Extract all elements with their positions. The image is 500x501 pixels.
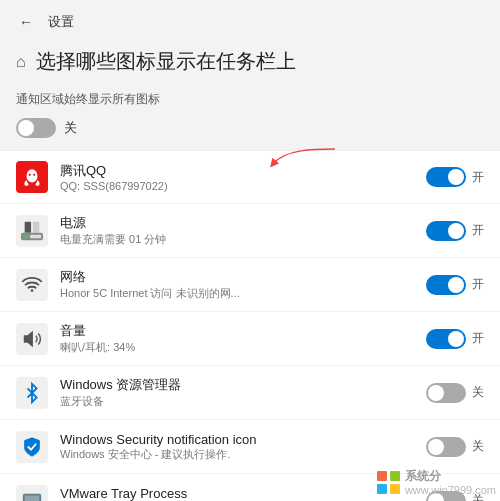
watermark-text: 系统分 www.win7999.com <box>405 469 496 497</box>
items-list: 腾讯QQ QQ: SSS(867997022) 开 <box>0 150 500 501</box>
watermark-logo <box>377 471 401 495</box>
toggle-thumb <box>448 277 464 293</box>
item-name: VMware Tray Process <box>60 486 414 501</box>
toggle-label: 关 <box>472 384 484 401</box>
settings-page: ← 设置 ⌂ 选择哪些图标显示在任务栏上 通知区域始终显示所有图标 关 <box>0 0 500 501</box>
svg-rect-7 <box>30 234 41 238</box>
toggle-label: 关 <box>472 438 484 455</box>
win-logo-blue <box>377 484 387 494</box>
item-desc: Honor 5C Internet 访问 未识别的网... <box>60 286 414 301</box>
vmware-icon <box>16 485 48 502</box>
item-name: Windows Security notification icon <box>60 432 414 447</box>
page-title: 选择哪些图标显示在任务栏上 <box>36 48 296 75</box>
list-item: Windows 资源管理器 蓝牙设备 关 <box>0 366 500 420</box>
always-show-toggle-label: 关 <box>64 119 77 137</box>
toggle-thumb <box>428 385 444 401</box>
svg-rect-3 <box>25 221 31 232</box>
volume-icon <box>16 323 48 355</box>
item-desc: 电量充满需要 01 分钟 <box>60 232 414 247</box>
toggle-label: 开 <box>472 222 484 239</box>
item-toggle[interactable]: 开 <box>426 329 484 349</box>
item-toggle[interactable]: 开 <box>426 167 484 187</box>
toggle-thumb <box>448 223 464 239</box>
toggle-label: 开 <box>472 330 484 347</box>
toggle-track[interactable] <box>426 167 466 187</box>
page-header: ⌂ 选择哪些图标显示在任务栏上 <box>0 44 500 87</box>
network-icon <box>16 269 48 301</box>
toggle-track[interactable] <box>426 383 466 403</box>
always-show-toggle-thumb <box>18 120 34 136</box>
watermark-line2: www.win7999.com <box>405 484 496 497</box>
list-item: 腾讯QQ QQ: SSS(867997022) 开 <box>0 150 500 204</box>
item-desc: Windows 安全中心 - 建议执行操作. <box>60 447 414 462</box>
item-toggle[interactable]: 关 <box>426 383 484 403</box>
item-name: 网络 <box>60 268 414 286</box>
item-text: 网络 Honor 5C Internet 访问 未识别的网... <box>60 268 414 301</box>
svg-point-8 <box>31 289 34 292</box>
item-toggle[interactable]: 开 <box>426 221 484 241</box>
security-icon <box>16 431 48 463</box>
watermark-line1: 系统分 <box>405 469 496 483</box>
toggle-track[interactable] <box>426 329 466 349</box>
win-logo-green <box>390 471 400 481</box>
toggle-thumb <box>448 169 464 185</box>
item-name: 电源 <box>60 214 414 232</box>
item-name: Windows 资源管理器 <box>60 376 414 394</box>
item-desc: QQ: SSS(867997022) <box>60 180 414 192</box>
always-show-toggle-track[interactable] <box>16 118 56 138</box>
item-text: Windows Security notification icon Windo… <box>60 432 414 462</box>
toggle-track[interactable] <box>426 221 466 241</box>
svg-point-2 <box>33 174 35 176</box>
item-text: 腾讯QQ QQ: SSS(867997022) <box>60 162 414 192</box>
toggle-thumb <box>428 439 444 455</box>
list-item: 音量 喇叭/耳机: 34% 开 <box>0 312 500 366</box>
always-show-label: 通知区域始终显示所有图标 <box>0 87 500 114</box>
toggle-label: 开 <box>472 169 484 186</box>
list-item: 电源 电量充满需要 01 分钟 开 <box>0 204 500 258</box>
item-name: 腾讯QQ <box>60 162 414 180</box>
list-item: 网络 Honor 5C Internet 访问 未识别的网... 开 <box>0 258 500 312</box>
item-text: Windows 资源管理器 蓝牙设备 <box>60 376 414 409</box>
svg-point-1 <box>29 174 31 176</box>
svg-rect-11 <box>25 495 40 501</box>
back-button[interactable]: ← <box>12 8 40 36</box>
item-toggle[interactable]: 开 <box>426 275 484 295</box>
item-name: 音量 <box>60 322 414 340</box>
bluetooth-icon <box>16 377 48 409</box>
win-logo-yellow <box>390 484 400 494</box>
toggle-label: 开 <box>472 276 484 293</box>
svg-rect-6 <box>23 234 29 238</box>
item-text: VMware Tray Process 没有正在运行的虚拟机 <box>60 486 414 502</box>
qq-icon <box>16 161 48 193</box>
item-desc: 喇叭/耳机: 34% <box>60 340 414 355</box>
item-text: 音量 喇叭/耳机: 34% <box>60 322 414 355</box>
toggle-track[interactable] <box>426 275 466 295</box>
top-bar: ← 设置 <box>0 0 500 44</box>
svg-point-0 <box>27 169 38 182</box>
toggle-thumb <box>448 331 464 347</box>
always-show-toggle[interactable]: 关 <box>16 118 77 138</box>
win-logo-red <box>377 471 387 481</box>
power-icon <box>16 215 48 247</box>
always-show-row: 关 <box>0 114 500 150</box>
home-icon: ⌂ <box>16 53 26 71</box>
item-desc: 蓝牙设备 <box>60 394 414 409</box>
back-arrow-icon: ← <box>19 14 33 30</box>
item-text: 电源 电量充满需要 01 分钟 <box>60 214 414 247</box>
toggle-track[interactable] <box>426 437 466 457</box>
svg-marker-9 <box>24 330 33 347</box>
topbar-title: 设置 <box>48 13 74 31</box>
list-item: Windows Security notification icon Windo… <box>0 420 500 474</box>
svg-rect-4 <box>33 221 39 232</box>
watermark: 系统分 www.win7999.com <box>377 469 496 497</box>
item-toggle[interactable]: 关 <box>426 437 484 457</box>
